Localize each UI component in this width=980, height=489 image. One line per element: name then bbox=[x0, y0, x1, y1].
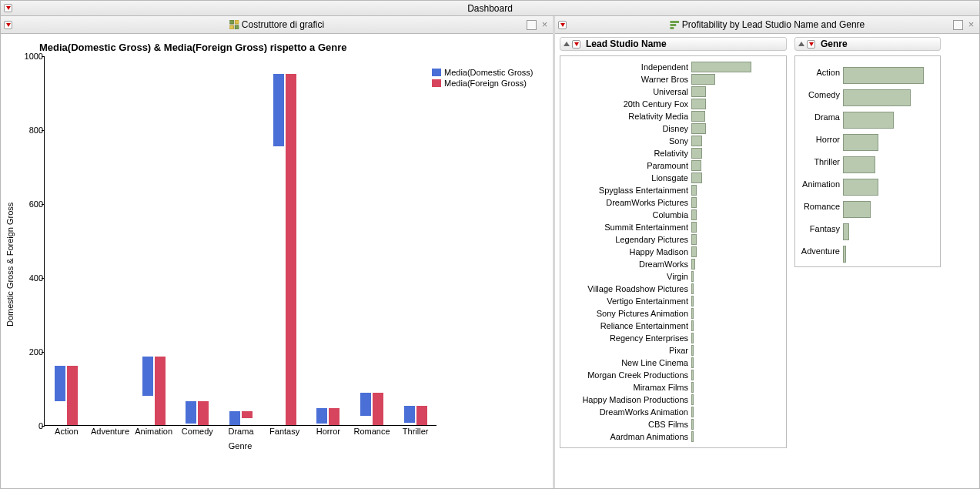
bar-foreign[interactable] bbox=[329, 408, 339, 425]
hbar-row: Sony Pictures Animation bbox=[560, 307, 781, 320]
bar-domestic[interactable] bbox=[142, 357, 153, 395]
sub-panel-lead-studio: Lead Studio Name IndependentWarner BrosU… bbox=[560, 37, 787, 448]
hbar-label: Spyglass Entertainment bbox=[560, 186, 691, 195]
bar-group: Comedy bbox=[176, 401, 219, 425]
hbar[interactable] bbox=[691, 283, 694, 294]
bar-domestic[interactable] bbox=[316, 408, 327, 423]
pane-profitability: Profitability by Lead Studio Name and Ge… bbox=[555, 16, 979, 488]
bar-foreign[interactable] bbox=[155, 357, 166, 425]
hbar[interactable] bbox=[691, 246, 697, 257]
hbar[interactable] bbox=[691, 234, 697, 245]
close-button[interactable]: × bbox=[540, 20, 550, 30]
hbar-label: Virgin bbox=[560, 272, 691, 281]
hbar-row: Reliance Entertainment bbox=[560, 320, 781, 332]
hbar-label: Independent bbox=[560, 62, 691, 72]
bar-domestic[interactable] bbox=[229, 411, 240, 425]
bar-foreign[interactable] bbox=[242, 411, 253, 419]
hbar-label: Regency Enterprises bbox=[560, 333, 691, 343]
hbar[interactable] bbox=[691, 320, 694, 331]
maximize-button[interactable] bbox=[953, 20, 963, 30]
legend-item[interactable]: Media(Domestic Gross) bbox=[432, 68, 533, 77]
bar-domestic[interactable] bbox=[404, 406, 415, 423]
hbar[interactable] bbox=[691, 74, 715, 85]
y-tick-label: 800 bbox=[17, 126, 43, 135]
hbar[interactable] bbox=[843, 134, 878, 151]
hbar-row: Universal bbox=[560, 85, 781, 98]
dropdown-icon[interactable] bbox=[807, 40, 815, 49]
legend-label: Media(Foreign Gross) bbox=[444, 79, 527, 88]
hbar[interactable] bbox=[691, 99, 706, 109]
hbar[interactable] bbox=[691, 86, 706, 97]
hbar[interactable] bbox=[843, 112, 894, 129]
sub-panel-header[interactable]: Lead Studio Name bbox=[560, 37, 787, 51]
hbar[interactable] bbox=[691, 197, 697, 208]
sub-panel-header[interactable]: Genre bbox=[794, 37, 941, 51]
hbar[interactable] bbox=[691, 370, 694, 380]
hbar-label: Animation bbox=[795, 179, 843, 189]
hbar-row: Adventure bbox=[795, 239, 935, 262]
bar-foreign[interactable] bbox=[416, 406, 427, 425]
hbar[interactable] bbox=[843, 223, 849, 240]
hbar[interactable] bbox=[843, 201, 871, 218]
hbar[interactable] bbox=[843, 179, 878, 196]
hbar-label: Adventure bbox=[795, 246, 843, 256]
hbar[interactable] bbox=[691, 123, 706, 134]
dropdown-icon[interactable] bbox=[4, 4, 12, 12]
hbar[interactable] bbox=[691, 209, 697, 220]
hbar[interactable] bbox=[691, 382, 694, 393]
hbar[interactable] bbox=[691, 172, 702, 183]
hbar[interactable] bbox=[691, 345, 694, 356]
hbar[interactable] bbox=[691, 296, 694, 306]
bar-domestic[interactable] bbox=[186, 401, 196, 424]
hbar[interactable] bbox=[691, 333, 694, 343]
bar-foreign[interactable] bbox=[198, 401, 209, 425]
hbar[interactable] bbox=[691, 111, 705, 122]
hbar[interactable] bbox=[843, 246, 846, 263]
graph-builder-icon bbox=[229, 20, 239, 29]
hbar[interactable] bbox=[691, 419, 694, 430]
dropdown-icon[interactable] bbox=[4, 21, 12, 29]
hbar[interactable] bbox=[843, 156, 875, 173]
bar-foreign[interactable] bbox=[286, 74, 296, 425]
hbar[interactable] bbox=[691, 222, 697, 233]
bar-domestic[interactable] bbox=[360, 393, 371, 416]
hbar-row: Action bbox=[795, 61, 935, 83]
hbar[interactable] bbox=[691, 357, 694, 368]
hbar-label: Relativity bbox=[560, 149, 691, 158]
bar-domestic[interactable] bbox=[273, 74, 284, 146]
dropdown-icon[interactable] bbox=[572, 40, 580, 49]
hbar[interactable] bbox=[691, 394, 694, 405]
x-tick-label: Action bbox=[55, 425, 79, 436]
genre-hbar-chart: ActionComedyDramaHorrorThrillerAnimation… bbox=[794, 55, 941, 267]
hbar[interactable] bbox=[691, 431, 694, 442]
dropdown-icon[interactable] bbox=[558, 21, 567, 29]
bar-foreign[interactable] bbox=[67, 366, 78, 425]
hbar[interactable] bbox=[691, 136, 702, 146]
close-button[interactable]: × bbox=[966, 20, 976, 30]
disclose-icon bbox=[564, 42, 570, 46]
legend-swatch-icon bbox=[432, 79, 441, 87]
hbar[interactable] bbox=[691, 160, 701, 171]
hbar[interactable] bbox=[691, 308, 694, 319]
x-tick-label: Drama bbox=[228, 425, 253, 436]
legend-item[interactable]: Media(Foreign Gross) bbox=[432, 79, 533, 88]
hbar[interactable] bbox=[843, 89, 911, 106]
hbar[interactable] bbox=[843, 67, 924, 84]
maximize-button[interactable] bbox=[527, 20, 537, 30]
hbar[interactable] bbox=[691, 259, 695, 270]
hbar-label: Horror bbox=[795, 135, 843, 144]
hbar[interactable] bbox=[691, 407, 694, 417]
y-axis-label: Domestic Gross & Foreign Gross bbox=[5, 203, 15, 327]
legend-swatch-icon bbox=[432, 69, 441, 76]
pane-header-right: Profitability by Lead Studio Name and Ge… bbox=[555, 16, 979, 34]
hbar-row: Happy Madison Productions bbox=[560, 394, 781, 406]
hbar[interactable] bbox=[691, 62, 751, 72]
legend: Media(Domestic Gross) Media(Foreign Gros… bbox=[432, 68, 533, 89]
bar-domestic[interactable] bbox=[55, 366, 65, 401]
hbar[interactable] bbox=[691, 271, 694, 282]
hbar[interactable] bbox=[691, 185, 697, 196]
svg-rect-5 bbox=[670, 24, 676, 26]
bar-foreign[interactable] bbox=[373, 393, 383, 425]
hbar[interactable] bbox=[691, 148, 702, 159]
x-tick-label: Animation bbox=[135, 425, 172, 436]
